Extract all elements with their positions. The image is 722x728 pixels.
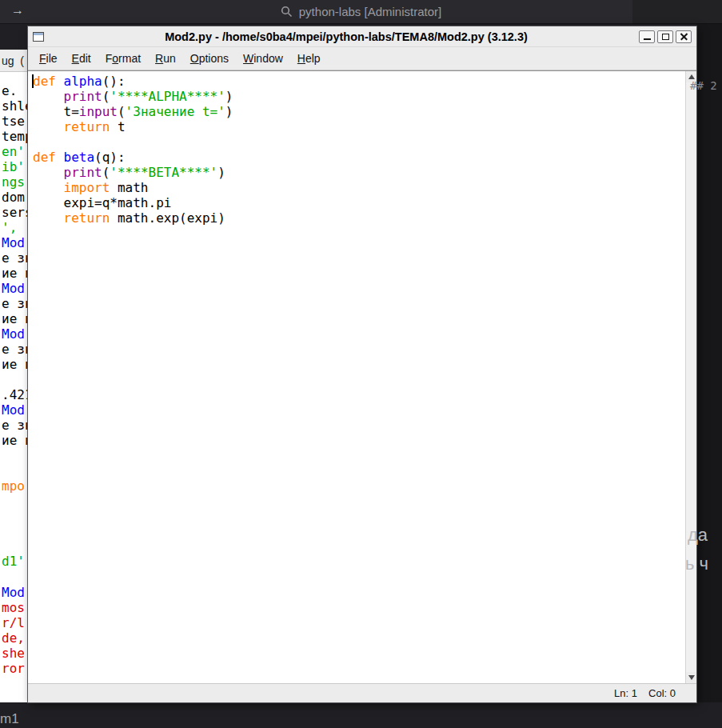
background-code-fragment: ие п — [2, 433, 28, 448]
code-line: return math.exp(expi) — [33, 210, 684, 226]
scrollbar[interactable] — [685, 71, 696, 683]
background-code-fragment: en' — [2, 144, 25, 159]
background-code-fragment: ib' — [2, 159, 25, 174]
background-code-fragment: .421 — [2, 387, 28, 402]
title-bar[interactable]: Mod2.py - /home/s0ba4/mpei/python-labs/T… — [28, 26, 696, 47]
menu-item-file[interactable]: File — [32, 52, 65, 65]
status-line: Ln: 1 — [614, 687, 637, 699]
code-line: def beta(q): — [33, 150, 684, 165]
arrow-up-icon — [688, 74, 695, 79]
background-code-fragment: ror — [2, 661, 25, 676]
window-controls — [639, 30, 692, 43]
status-col: Col: 0 — [648, 687, 676, 699]
maximize-icon — [662, 34, 669, 40]
code-line: t=input('Значение t=') — [33, 104, 684, 119]
arrow-down-icon — [688, 675, 695, 680]
background-code-fragment: mos — [2, 600, 25, 615]
close-icon — [680, 32, 688, 41]
arrow-icon[interactable]: → — [11, 3, 24, 18]
window-title: Mod2.py - /home/s0ba4/mpei/python-labs/T… — [60, 30, 632, 43]
background-code-fragment: ие п — [2, 357, 28, 372]
menu-item-edit[interactable]: Edit — [65, 52, 98, 65]
taskbar-title: python-labs [Administrator] — [299, 5, 441, 18]
background-code-fragment: r/l — [2, 615, 25, 630]
background-code-fragment: shle — [2, 98, 28, 114]
background-window[interactable]: ug ( e. (shletsetempen'ib'ngsdomsers',Mo… — [0, 50, 28, 702]
background-window-text: e. (shletsetempen'ib'ngsdomsers',Modе зн… — [0, 50, 28, 702]
background-code-fragment: е зн — [2, 296, 28, 311]
scroll-down-button[interactable] — [686, 672, 697, 683]
code-line — [33, 134, 684, 150]
background-code-fragment: Mod — [2, 281, 25, 296]
window-icon — [33, 32, 44, 42]
code-line: expi=q*math.pi — [33, 195, 684, 210]
background-code-fragment: ие п — [2, 266, 28, 281]
search-icon — [281, 6, 293, 18]
background-code-fragment: dom — [2, 190, 25, 205]
code-line: return t — [33, 119, 684, 134]
background-code-fragment: е зн — [2, 250, 28, 266]
background-code-fragment: d1' — [2, 554, 25, 569]
code-line: print('****ALPHA****') — [33, 89, 684, 104]
editor[interactable]: def alpha(): print('****ALPHA****') t=in… — [28, 70, 696, 683]
menu-item-format[interactable]: Format — [98, 52, 148, 65]
background-code-fragment: she — [2, 646, 25, 661]
background-code-fragment: Mod — [2, 402, 25, 418]
background-code-fragment: Mod — [2, 235, 25, 250]
minimize-button[interactable] — [639, 30, 655, 43]
background-code-fragment: mpo — [2, 478, 25, 494]
menu-item-options[interactable]: Options — [183, 52, 236, 65]
scroll-up-button[interactable] — [686, 71, 697, 82]
minimize-icon — [644, 38, 651, 40]
idle-editor-window: Mod2.py - /home/s0ba4/mpei/python-labs/T… — [28, 26, 696, 702]
menu-item-run[interactable]: Run — [148, 52, 183, 65]
editor-code: def alpha(): print('****ALPHA****') t=in… — [33, 74, 684, 226]
maximize-button[interactable] — [657, 30, 673, 43]
background-code-fragment: е зн — [2, 342, 28, 357]
taskbar[interactable]: → python-labs [Administrator] — [0, 0, 722, 24]
background-code-fragment: Mod — [2, 585, 25, 600]
background-code-fragment: Mod — [2, 326, 25, 342]
background-code-fragment: ngs — [2, 174, 25, 190]
background-code-fragment: de, — [2, 630, 25, 646]
background-text-fragment: m1 — [0, 711, 19, 727]
close-button[interactable] — [676, 30, 692, 43]
background-code-fragment: e. ( — [2, 83, 28, 98]
desktop-background — [696, 24, 722, 702]
status-bar: Ln: 1 Col: 0 — [28, 683, 696, 702]
background-code-fragment: ие п — [2, 311, 28, 326]
menu-bar: FileEditFormatRunOptionsWindowHelp — [28, 47, 696, 70]
code-line: import math — [33, 180, 684, 195]
background-code-fragment: tse — [2, 114, 25, 129]
code-line: def alpha(): — [33, 74, 684, 89]
background-code-fragment: е зн — [2, 418, 28, 433]
code-line: print('****BETA****') — [33, 165, 684, 180]
background-code-fragment: temp — [2, 129, 28, 144]
background-code-fragment: sers — [2, 205, 28, 220]
background-code-fragment: ', — [2, 220, 17, 235]
menu-item-help[interactable]: Help — [290, 52, 328, 65]
menu-item-window[interactable]: Window — [236, 52, 290, 65]
